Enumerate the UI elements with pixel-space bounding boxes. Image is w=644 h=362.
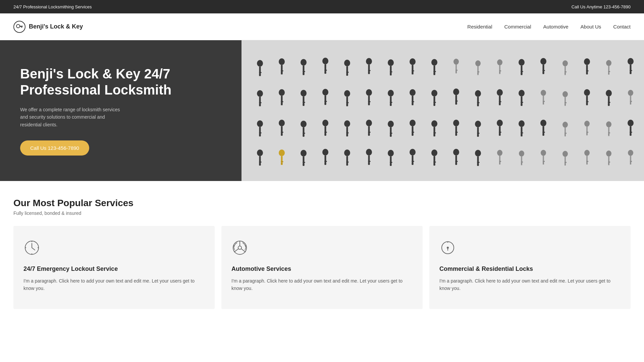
svg-point-1 — [16, 24, 20, 28]
service-card-automotive: Automotive Services I'm a paragraph. Cli… — [221, 226, 423, 309]
svg-rect-14 — [241, 40, 243, 48]
lock-icon — [439, 239, 456, 256]
hero-heading: Benji's Lock & Key 24/7 Professional Loc… — [20, 66, 221, 98]
service-card-commercial-desc: I'm a paragraph. Click here to add your … — [439, 277, 621, 292]
logo-icon — [13, 21, 25, 33]
service-card-automotive-desc: I'm a paragraph. Click here to add your … — [231, 277, 413, 292]
hero-description: We offer a complete range of locksmith s… — [20, 106, 121, 128]
steering-wheel-icon — [231, 239, 248, 256]
service-card-commercial: Commercial & Residential Locks I'm a par… — [429, 226, 631, 309]
service-card-commercial-title: Commercial & Residential Locks — [439, 265, 621, 273]
hero-image — [241, 40, 644, 181]
clock-icon — [23, 239, 40, 256]
svg-line-28 — [241, 249, 246, 252]
nav-residential[interactable]: Residential — [467, 24, 492, 29]
hero-section: Benji's Lock & Key 24/7 Professional Loc… — [0, 40, 644, 181]
svg-rect-11 — [241, 44, 243, 45]
svg-line-19 — [32, 248, 35, 250]
services-heading: Our Most Popular Services — [13, 198, 631, 208]
logo[interactable]: Benji's Lock & Key — [13, 21, 83, 33]
svg-rect-16 — [241, 46, 243, 47]
services-grid: 24/7 Emergency Lockout Service I'm a par… — [13, 226, 631, 309]
header: Benji's Lock & Key Residential Commercia… — [0, 13, 644, 40]
main-nav: Residential Commercial Automotive About … — [467, 24, 631, 29]
service-card-automotive-title: Automotive Services — [231, 265, 413, 273]
top-bar-right: Call Us Anytime 123-456-7890 — [572, 4, 631, 9]
services-header: Our Most Popular Services Fully licensed… — [13, 198, 631, 216]
svg-line-27 — [234, 249, 238, 252]
svg-rect-7 — [241, 44, 243, 45]
svg-rect-15 — [241, 44, 243, 45]
services-section: Our Most Popular Services Fully licensed… — [0, 181, 644, 329]
top-bar: 24/7 Professional Locksmithing Services … — [0, 0, 644, 13]
service-card-emergency-title: 24/7 Emergency Lockout Service — [23, 265, 205, 273]
svg-rect-12 — [241, 45, 242, 46]
hero-content: Benji's Lock & Key 24/7 Professional Loc… — [0, 40, 241, 181]
svg-point-25 — [238, 246, 241, 249]
nav-commercial[interactable]: Commercial — [504, 24, 531, 29]
svg-rect-6 — [241, 40, 243, 48]
service-card-emergency: 24/7 Emergency Lockout Service I'm a par… — [13, 226, 215, 309]
svg-rect-10 — [241, 40, 242, 47]
svg-rect-8 — [241, 46, 243, 47]
top-bar-left: 24/7 Professional Locksmithing Services — [13, 4, 92, 9]
service-card-emergency-desc: I'm a paragraph. Click here to add your … — [23, 277, 205, 292]
hero-cta-button[interactable]: Call Us 123-456-7890 — [20, 140, 89, 156]
nav-contact[interactable]: Contact — [613, 24, 631, 29]
logo-text: Benji's Lock & Key — [29, 23, 83, 30]
nav-about-us[interactable]: About Us — [581, 24, 601, 29]
services-subheading: Fully licensed, bonded & insured — [13, 210, 631, 216]
nav-automotive[interactable]: Automotive — [543, 24, 569, 29]
